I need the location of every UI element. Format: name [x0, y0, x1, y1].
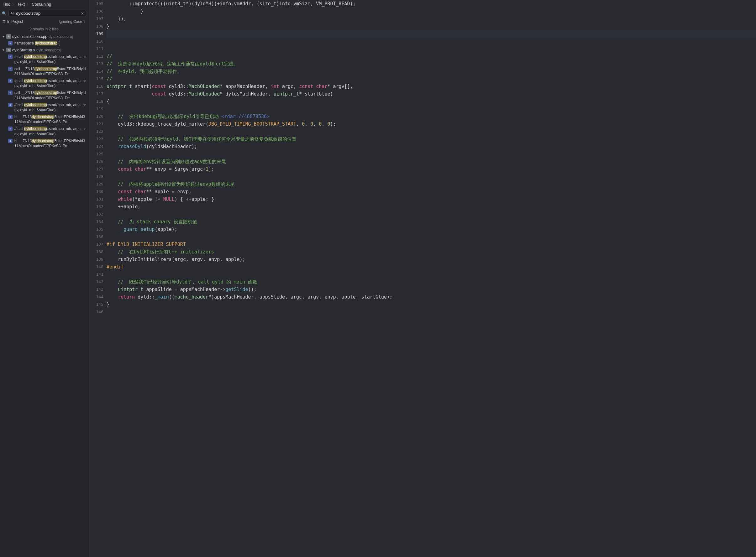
match-row[interactable]: ≡ namespace dyldbootstrap { — [0, 40, 88, 47]
code-line[interactable]: } — [107, 7, 756, 15]
breadcrumb: Find 〉 Text 〉 Containing — [0, 0, 88, 8]
match-text: // call dyldbootstrap::start(app_mh, arg… — [15, 102, 86, 113]
match-row[interactable]: ≡ call __ZN13dyldbootstrap5startEPKN5dyl… — [0, 89, 88, 101]
breadcrumb-find[interactable]: Find — [2, 2, 10, 7]
code-line[interactable] — [107, 30, 756, 37]
file-project: dyld.xcodeproj — [49, 34, 73, 39]
code-line[interactable]: // 为 stack canary 设置随机值 — [107, 218, 756, 226]
code-area[interactable]: ::mprotect(((uint8_t*)(dyldMH))+info.vmA… — [107, 0, 756, 557]
code-line[interactable]: #if DYLD_INITIALIZER_SUPPORT — [107, 241, 756, 248]
scope-label[interactable]: In Project — [7, 20, 23, 24]
line-number: 116 — [88, 83, 104, 90]
code-line[interactable]: runDyldInitializers(argc, argv, envp, ap… — [107, 256, 756, 263]
line-number: 124 — [88, 143, 104, 150]
code-line[interactable]: // 内核将env指针设置为刚好超过agv数组的末尾 — [107, 158, 756, 166]
code-line[interactable]: } — [107, 301, 756, 308]
line-number: 114 — [88, 68, 104, 75]
line-number: 118 — [88, 98, 104, 105]
find-navigator: Find 〉 Text 〉 Containing 🔍 Aa ✕ ☰ In Pro… — [0, 0, 88, 557]
code-line[interactable]: dyld3::kdebug_trace_dyld_marker(DBG_DYLD… — [107, 120, 756, 128]
line-number: 123 — [88, 135, 104, 143]
line-number: 142 — [88, 278, 104, 286]
updown-icon: ⇅ — [83, 20, 86, 23]
match-row[interactable]: ≡ call __ZN13dyldbootstrap5startEPKN5dyl… — [0, 65, 88, 77]
match-icon: ≡ — [8, 126, 12, 131]
code-line[interactable]: // — [107, 75, 756, 83]
code-line[interactable]: // 发出kdebug跟踪点以指示dyld引导已启动 <rdar://46878… — [107, 113, 756, 120]
line-number: 130 — [88, 188, 104, 196]
code-line[interactable]: // 在DyLD中运行所有C++ initializers — [107, 248, 756, 256]
code-line[interactable] — [107, 210, 756, 218]
results-tree[interactable]: ▼ ⎘ dyldInitialization.cpp dyld.xcodepro… — [0, 33, 88, 557]
match-text: bl __ZN13dyldbootstrap5startEPKN5dyld311… — [15, 139, 86, 148]
match-text: namespace dyldbootstrap { — [15, 41, 86, 46]
code-line[interactable] — [107, 37, 756, 45]
file-name: dyldInitialization.cpp — [12, 34, 47, 39]
line-number: 139 — [88, 256, 104, 263]
file-row[interactable]: ▼ ⎘ dyldInitialization.cpp dyld.xcodepro… — [0, 33, 88, 40]
code-line[interactable] — [107, 173, 756, 180]
code-line[interactable]: return dyld::_main((macho_header*)appsMa… — [107, 293, 756, 301]
line-number: 111 — [88, 45, 104, 53]
match-row[interactable]: ≡ # call dyldbootstrap::start(app_mh, ar… — [0, 53, 88, 65]
code-line[interactable]: // 既然我们已经开始引导dyld了, call dyld 的 main 函数 — [107, 278, 756, 286]
line-number: 137 — [88, 241, 104, 248]
code-line[interactable]: // 如果内核必须滑动dyld, 我们需要在使用任何全局变量之前修复负载敏感的位… — [107, 135, 756, 143]
file-project: dyld.xcodeproj — [36, 48, 60, 52]
search-input[interactable] — [16, 11, 79, 16]
line-number: 133 — [88, 210, 104, 218]
disclosure-triangle-icon[interactable]: ▼ — [2, 49, 5, 52]
file-row[interactable]: ▼ ⎘ dyldStartup.s dyld.xcodeproj — [0, 47, 88, 53]
file-name: dyldStartup.s — [12, 48, 35, 52]
disclosure-triangle-icon[interactable]: ▼ — [2, 35, 5, 38]
scope-icon[interactable]: ☰ — [2, 20, 6, 24]
line-number: 144 — [88, 293, 104, 301]
code-line[interactable] — [107, 128, 756, 135]
code-line[interactable]: const dyld3::MachOLoaded* dyldsMachHeade… — [107, 90, 756, 98]
match-icon: ≡ — [8, 91, 12, 95]
code-line[interactable]: rebaseDyld(dyldsMachHeader); — [107, 143, 756, 150]
clear-icon[interactable]: ✕ — [81, 11, 84, 16]
code-line[interactable] — [107, 150, 756, 158]
match-row[interactable]: ≡ // call dyldbootstrap::start(app_mh, a… — [0, 101, 88, 113]
code-line[interactable]: { — [107, 98, 756, 105]
code-line[interactable] — [107, 271, 756, 278]
breadcrumb-text[interactable]: Text — [17, 2, 25, 7]
code-line[interactable]: uintptr_t start(const dyld3::MachOLoaded… — [107, 83, 756, 90]
code-line[interactable]: // 这是引导dyld的代码。这项工作通常由dyld和crt完成。 — [107, 60, 756, 68]
line-number: 138 — [88, 248, 104, 256]
breadcrumb-containing[interactable]: Containing — [32, 2, 51, 7]
search-icon: 🔍 — [2, 11, 7, 16]
search-field-container: Aa ✕ — [8, 10, 86, 17]
line-number: 143 — [88, 286, 104, 293]
match-row[interactable]: ≡ # call dyldbootstrap::start(app_mh, ar… — [0, 77, 88, 89]
match-row[interactable]: ≡ bl __ZN13dyldbootstrap5startEPKN5dyld3… — [0, 113, 88, 125]
code-line[interactable]: #endif — [107, 263, 756, 271]
code-line[interactable]: ::mprotect(((uint8_t*)(dyldMH))+info.vmA… — [107, 0, 756, 7]
code-line[interactable] — [107, 233, 756, 241]
code-editor[interactable]: 1051061071081091101111121131141151161171… — [88, 0, 756, 557]
code-line[interactable]: const char** apple = envp; — [107, 188, 756, 196]
code-line[interactable]: const char** envp = &argv[argc+1]; — [107, 166, 756, 173]
chevron-right-icon: 〉 — [27, 2, 30, 7]
code-line[interactable] — [107, 105, 756, 113]
code-line[interactable] — [107, 308, 756, 316]
code-line[interactable]: while(*apple != NULL) { ++apple; } — [107, 196, 756, 203]
code-line[interactable]: uintptr_t appsSlide = appsMachHeader->ge… — [107, 286, 756, 293]
case-toggle[interactable]: Ignoring Case ⇅ — [59, 20, 86, 24]
code-line[interactable] — [107, 45, 756, 53]
line-number: 145 — [88, 301, 104, 308]
code-line[interactable]: // — [107, 53, 756, 60]
code-line[interactable]: // 内核将apple指针设置为刚好超过envp数组的末尾 — [107, 180, 756, 188]
line-number: 122 — [88, 128, 104, 135]
code-line[interactable]: // 在dyld, 我们必须手动操作。 — [107, 68, 756, 75]
match-text: bl __ZN13dyldbootstrap5startEPKN5dyld311… — [15, 114, 86, 124]
code-line[interactable]: } — [107, 23, 756, 30]
match-row[interactable]: ≡ // call dyldbootstrap::start(app_mh, a… — [0, 125, 88, 137]
line-number: 146 — [88, 308, 104, 316]
search-type-icon[interactable]: Aa — [11, 11, 15, 15]
match-row[interactable]: ≡ bl __ZN13dyldbootstrap5startEPKN5dyld3… — [0, 138, 88, 149]
code-line[interactable]: ++apple; — [107, 203, 756, 210]
code-line[interactable]: }); — [107, 15, 756, 23]
code-line[interactable]: __guard_setup(apple); — [107, 226, 756, 233]
